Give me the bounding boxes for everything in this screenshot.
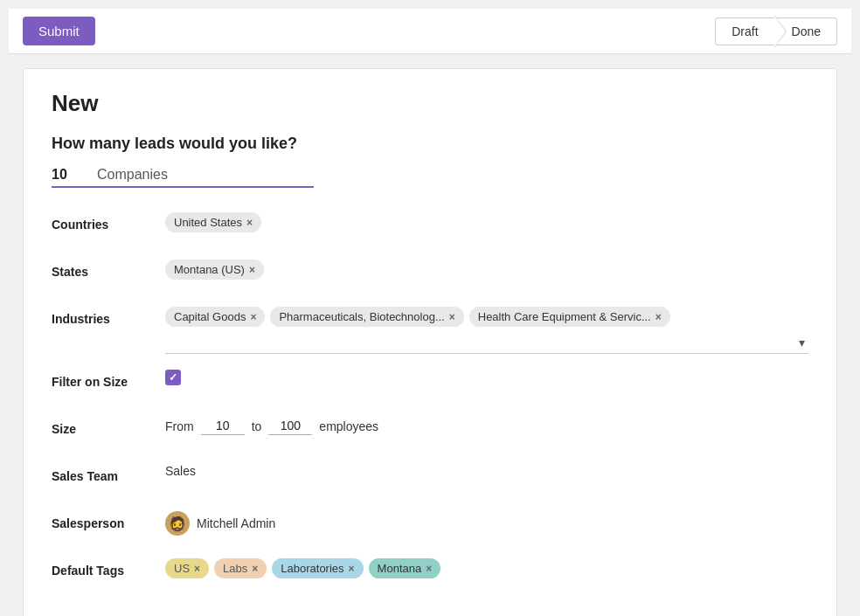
industry-chip-label-0: Capital Goods <box>174 310 246 323</box>
industries-search-input[interactable] <box>165 332 795 353</box>
industry-chip-label-1: Pharmaceuticals, Biotechnolog... <box>279 310 444 323</box>
states-row: States Montana (US) × <box>52 260 808 291</box>
sales-team-row: Sales Team Sales <box>52 464 808 495</box>
state-chip-0: Montana (US) × <box>165 260 264 280</box>
industries-container: Capital Goods × Pharmaceuticals, Biotech… <box>165 307 808 354</box>
tag-chip-label-laboratories: Laboratories <box>281 562 343 575</box>
state-chip-label-0: Montana (US) <box>174 263 245 276</box>
main-card: New How many leads would you like? Compa… <box>23 68 837 616</box>
salesperson-info: 🧔 Mitchell Admin <box>165 511 275 536</box>
top-bar: Submit Draft Done <box>9 9 851 54</box>
state-chip-remove-0[interactable]: × <box>249 265 255 275</box>
industry-chip-remove-2[interactable]: × <box>655 312 662 322</box>
tag-chip-remove-montana[interactable]: × <box>426 564 432 574</box>
filter-size-label: Filter on Size <box>52 370 165 389</box>
industry-chip-2: Health Care Equipment & Servic... × <box>469 307 670 327</box>
industries-row: Industries Capital Goods × Pharmaceutica… <box>52 307 808 354</box>
countries-row: Countries United States × <box>52 212 808 244</box>
country-chip-label-0: United States <box>174 216 242 229</box>
salesperson-label: Salesperson <box>52 511 165 530</box>
avatar-emoji: 🧔 <box>169 516 186 532</box>
size-from-label: From <box>165 419 194 433</box>
states-value: Montana (US) × <box>165 260 808 280</box>
tag-chip-montana: Montana × <box>369 558 441 578</box>
industry-chip-remove-1[interactable]: × <box>449 312 455 322</box>
country-chip-0: United States × <box>165 212 261 232</box>
countries-value: United States × <box>165 212 808 232</box>
salesperson-row: Salesperson 🧔 Mitchell Admin <box>52 511 808 543</box>
size-inputs: From to employees <box>165 417 378 435</box>
draft-button[interactable]: Draft <box>715 17 773 45</box>
leads-count-row: Companies <box>52 167 314 188</box>
salesperson-name: Mitchell Admin <box>197 516 275 530</box>
size-row: Size From to employees <box>52 417 808 448</box>
tag-chip-label-labs: Labs <box>223 562 247 575</box>
leads-type: Companies <box>97 167 168 183</box>
tag-chip-label-us: US <box>174 562 190 575</box>
size-value: From to employees <box>165 417 808 435</box>
status-group: Draft Done <box>715 15 837 48</box>
submit-button[interactable]: Submit <box>23 17 95 45</box>
status-arrow <box>774 15 787 48</box>
country-chip-remove-0[interactable]: × <box>246 218 253 228</box>
salesperson-value: 🧔 Mitchell Admin <box>165 511 808 536</box>
tag-chip-laboratories: Laboratories × <box>272 558 363 578</box>
states-label: States <box>52 260 165 279</box>
page-title: New <box>52 90 808 117</box>
size-employees-label: employees <box>319 419 378 433</box>
size-label: Size <box>52 417 165 436</box>
tag-chip-labs: Labs × <box>214 558 267 578</box>
industry-chip-1: Pharmaceuticals, Biotechnolog... × <box>270 307 463 327</box>
section-question: How many leads would you like? <box>52 135 808 153</box>
countries-label: Countries <box>52 212 165 232</box>
industry-chip-remove-0[interactable]: × <box>250 312 256 322</box>
sales-team-label: Sales Team <box>52 464 165 483</box>
size-to-label: to <box>252 419 262 433</box>
filter-size-value <box>165 370 808 385</box>
default-tags-value: US × Labs × Laboratories × Montana × <box>165 558 808 578</box>
avatar: 🧔 <box>165 511 190 536</box>
sales-team-name: Sales <box>165 464 196 478</box>
page-wrapper: Submit Draft Done New How many leads wou… <box>9 9 851 616</box>
filter-size-checkbox[interactable] <box>165 370 181 385</box>
industries-chips: Capital Goods × Pharmaceuticals, Biotech… <box>165 307 808 327</box>
tag-chip-us: US × <box>165 558 209 578</box>
default-tags-label: Default Tags <box>52 558 165 578</box>
tag-chip-remove-labs[interactable]: × <box>252 564 258 574</box>
industries-dropdown-row: ▾ <box>165 332 808 354</box>
industries-label: Industries <box>52 307 165 326</box>
size-to-input[interactable] <box>268 417 312 435</box>
sales-team-value: Sales <box>165 464 808 478</box>
industry-chip-0: Capital Goods × <box>165 307 265 327</box>
tag-chip-label-montana: Montana <box>378 562 422 575</box>
size-from-input[interactable] <box>201 417 245 435</box>
industry-chip-label-2: Health Care Equipment & Servic... <box>478 310 651 323</box>
tag-chip-remove-laboratories[interactable]: × <box>349 564 355 574</box>
dropdown-arrow-icon[interactable]: ▾ <box>795 332 808 353</box>
leads-count-input[interactable] <box>52 167 87 183</box>
tag-chip-remove-us[interactable]: × <box>194 564 200 574</box>
default-tags-row: Default Tags US × Labs × Laboratories × … <box>52 558 808 590</box>
filter-size-row: Filter on Size <box>52 370 808 401</box>
